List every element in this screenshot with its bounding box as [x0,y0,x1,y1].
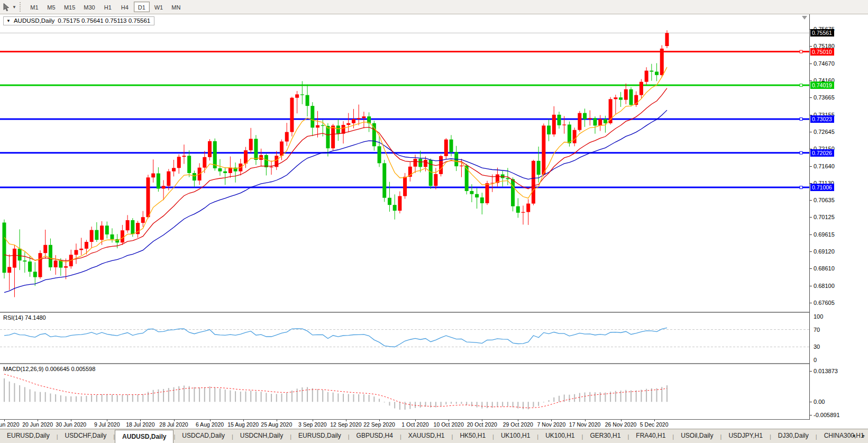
rsi-axis-label: 100 [814,313,823,320]
toolbar-drag-handle[interactable] [20,2,23,12]
ohlc-values: 0.75175 0.75641 0.75113 0.75561 [58,17,150,24]
hline-handle[interactable] [800,117,802,120]
hline-price-badge[interactable]: 0.75010 [810,48,834,56]
date-tick-label: 7 Nov 2020 [537,421,566,428]
timeframe-button-M1[interactable]: M1 [26,2,42,12]
price-axis-tick [810,46,812,47]
chart-tabs: EURUSD,Daily|USDCHF,Daily|AUDUSD,Daily|U… [0,429,868,443]
rsi-axis-label: 0 [814,357,817,363]
macd-axis-tick [810,402,812,402]
chart-symbol-title[interactable]: ▼ AUDUSD,Daily 0.75175 0.75641 0.75113 0… [3,16,154,25]
price-axis-tick [810,64,812,64]
macd-axis-tick [810,415,812,415]
price-axis-tick-label: 0.69120 [814,248,835,255]
date-tick-label: 26 Nov 2020 [605,421,637,428]
timeframe-buttons: M1M5M15M30H1H4D1W1MN [26,2,185,12]
price-axis-tick [810,166,812,167]
price-axis-tick-label: 0.72645 [814,129,835,135]
hline-handle[interactable] [800,50,802,53]
symbol-tab-USDCAD-Daily[interactable]: USDCAD,Daily [175,429,232,443]
date-tick-label: 6 Aug 2020 [196,421,224,428]
hline-price-badge[interactable]: 0.73023 [810,115,834,123]
tool-dropdown-arrow-icon[interactable]: ▼ [12,5,16,10]
hline-handle[interactable] [800,84,802,87]
hline-handle[interactable] [800,186,802,189]
symbol-tab-USDCNH-Daily[interactable]: USDCNH,Daily [233,429,290,443]
macd-label: MACD(12,26,9) 0.006645 0.005598 [3,366,95,372]
timeframe-button-D1[interactable]: D1 [134,2,150,12]
timeframe-button-H4[interactable]: H4 [117,2,133,12]
timeframe-button-MN[interactable]: MN [168,2,184,12]
symbol-tab-UK100-H1[interactable]: UK100,H1 [538,429,581,443]
macd-signal-line [4,374,667,408]
current-price-badge[interactable]: 0.75561 [810,29,834,37]
macd-indicator-pane[interactable] [0,364,809,420]
timeframe-button-M5[interactable]: M5 [43,2,59,12]
price-axis-tick-label: 0.74670 [814,60,835,67]
timeframe-button-M30[interactable]: M30 [80,2,98,12]
price-axis-tick-label: 0.71640 [814,163,835,169]
date-tick-label: 15 Aug 2020 [227,421,259,428]
symbol-tab-AUDUSD-Daily[interactable]: AUDUSD,Daily [115,430,173,443]
title-collapse-arrow-icon[interactable]: ▼ [6,19,11,23]
hline-price-badge[interactable]: 0.71006 [810,184,834,191]
symbol-tab-USOil-Daily[interactable]: USOil,Daily [674,429,720,443]
macd-canvas [0,364,809,419]
timeframe-button-H1[interactable]: H1 [100,2,116,12]
price-axis-tick-label: 0.73665 [814,94,835,101]
tab-scroll-buttons: ◄ ► [851,433,866,438]
date-tick-label: 20 Oct 2020 [467,421,497,428]
symbol-tab-DJ30-Daily[interactable]: DJ30,Daily [771,429,816,443]
candlesticks [3,30,669,297]
hline-price-badge[interactable]: 0.74019 [810,82,834,89]
symbol-tab-UK100-H1[interactable]: UK100,H1 [494,429,537,443]
price-axis-tick [810,286,812,286]
timeframe-button-W1[interactable]: W1 [151,2,167,12]
timeframe-toolbar: ▼ M1M5M15M30H1H4D1W1MN [0,0,868,14]
price-axis[interactable]: 0.756750.751800.746700.741600.736650.731… [809,14,868,420]
date-tick-label: 1 Oct 2020 [401,421,428,428]
macd-histogram [4,378,667,410]
symbol-tab-XAUUSD-H1[interactable]: XAUUSD,H1 [401,429,452,443]
price-axis-tick [810,268,812,269]
symbol-tab-EURUSD-Daily[interactable]: EURUSD,Daily [0,429,57,443]
macd-axis-label: 0.013873 [814,368,838,374]
price-axis-tick [810,217,812,218]
price-axis-tick [810,200,812,201]
rsi-label: RSI(14) 74.1480 [3,314,46,321]
price-axis-tick [810,251,812,252]
date-tick-label: 22 Sep 2020 [363,421,395,428]
price-axis-tick [810,303,812,303]
hline-price-badge[interactable]: 0.72026 [810,149,834,157]
chart-shift-marker-icon[interactable] [802,16,807,20]
date-tick-label: 18 Jul 2020 [126,421,154,428]
date-tick-label: 17 Nov 2020 [569,421,601,428]
rsi-axis-label: 70 [814,327,820,333]
chart-tool-group[interactable]: ▼ [0,3,19,11]
time-axis[interactable]: 11 Jun 202020 Jun 202030 Jun 20209 Jul 2… [0,420,809,429]
symbol-tab-HK50-H1[interactable]: HK50,H1 [453,429,492,443]
price-axis-tick [810,80,812,81]
rsi-axis-label: 30 [814,343,820,350]
rsi-indicator-pane[interactable] [0,313,809,364]
tab-scroll-left-button[interactable]: ◄ [851,433,856,438]
symbol-tab-FRA40-H1[interactable]: FRA40,H1 [629,429,672,443]
symbol-tab-GBPUSD-H4[interactable]: GBPUSD,H4 [350,429,400,443]
symbol-tab-GER30-H1[interactable]: GER30,H1 [583,429,627,443]
price-axis-tick [810,97,812,98]
symbol-tab-USDJPY-H1[interactable]: USDJPY,H1 [721,429,769,443]
timeframe-button-M15[interactable]: M15 [60,2,79,12]
date-tick-label: 10 Oct 2020 [434,421,464,428]
date-tick-label: 3 Sep 2020 [298,421,327,428]
price-axis-tick-label: 0.70125 [814,214,835,220]
price-axis-tick [810,132,812,132]
symbol-tab-USDCHF-Daily[interactable]: USDCHF,Daily [58,429,114,443]
date-tick-label: 28 Jul 2020 [159,421,188,428]
price-chart-pane[interactable] [0,14,809,313]
date-tick-label: 11 Jun 2020 [0,421,20,428]
tab-scroll-right-button[interactable]: ► [861,433,866,438]
hline-handle[interactable] [800,151,802,154]
symbol-tab-EURUSD-Daily[interactable]: EURUSD,Daily [291,429,348,443]
price-axis-tick-label: 0.69615 [814,231,835,238]
price-chart-canvas [0,14,809,312]
